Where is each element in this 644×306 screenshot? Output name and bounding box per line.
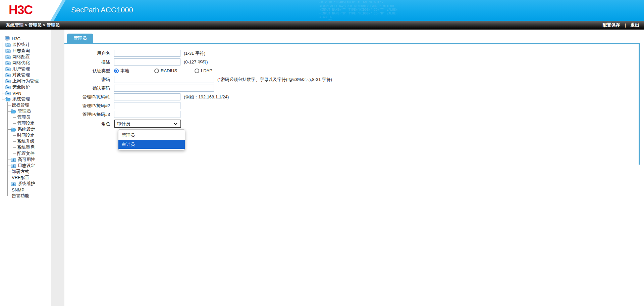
admin-form: 用户名 (1-31 字符) 描述 (0-127 字符) 认证类型 本地 RADI… xyxy=(74,50,332,130)
sidebar-item-system-reboot[interactable]: 系统重启 xyxy=(0,144,51,150)
sidebar-item-high-availability[interactable]: 高可用性 xyxy=(0,157,51,163)
sidebar-item-user-management[interactable]: 用户管理 xyxy=(0,66,51,72)
sidebar-item-label: 用户管理 xyxy=(11,66,30,72)
tree-line xyxy=(0,138,5,144)
tree-line xyxy=(5,169,11,175)
sidebar-item-label: 系统重启 xyxy=(16,144,35,150)
tree-line xyxy=(0,193,5,199)
sidebar-item-label: 高可用性 xyxy=(17,157,35,163)
auth-ldap-option[interactable]: LDAP xyxy=(195,68,235,73)
sidebar-item-monitoring-stats[interactable]: 监控统计 xyxy=(0,42,51,48)
folder-plus-icon xyxy=(5,48,11,53)
tree-line xyxy=(0,84,5,90)
folder-plus-icon xyxy=(5,85,11,89)
sidebar-item-log-settings[interactable]: 日志设定 xyxy=(0,163,51,169)
auth-radius-option[interactable]: RADIUS xyxy=(154,68,195,73)
sidebar-item-vrf-config[interactable]: VRF配置 xyxy=(0,175,51,181)
role-row: 角色 审计员 管理员 审计员 xyxy=(74,120,332,128)
tree-line xyxy=(0,108,5,114)
confirm-password-input[interactable] xyxy=(114,85,214,92)
tree-line xyxy=(0,102,5,108)
auth-type-label: 认证类型 xyxy=(74,68,114,74)
chevron-down-icon xyxy=(174,122,177,125)
tree-line xyxy=(5,157,11,163)
tree-line xyxy=(5,108,11,114)
sidebar-item-log-query[interactable]: 日志查询 xyxy=(0,48,51,54)
app-header: <DIV ID="HEADSEARCH" ALIGN="RIGHT"> <FOR… xyxy=(0,0,644,21)
sidebar-item-label: 系统设定 xyxy=(17,126,35,132)
tree-line xyxy=(0,48,5,54)
panel-right-border xyxy=(639,44,640,165)
sidebar-item-deployment-mode[interactable]: 部署方式 xyxy=(0,169,51,175)
mgmt-ip2-input[interactable] xyxy=(114,102,180,109)
radio-checked-icon[interactable] xyxy=(114,69,119,73)
sidebar-item-config-file[interactable]: 配置文件 xyxy=(0,150,51,157)
sidebar-item-label: 监控统计 xyxy=(11,42,30,48)
tree-line xyxy=(0,126,5,132)
sidebar-nav: H3C 监控统计 日志查询 网络配置 xyxy=(0,30,51,306)
save-config-button[interactable]: 配置保存 xyxy=(602,21,620,30)
role-select[interactable]: 审计员 xyxy=(114,120,181,128)
tree-line xyxy=(5,181,11,187)
role-option-auditor[interactable]: 审计员 xyxy=(118,140,185,149)
logout-button[interactable]: 退出 xyxy=(631,21,639,30)
tree-line xyxy=(5,175,11,181)
sidebar-item-vpn[interactable]: VPN xyxy=(0,90,51,96)
username-input[interactable] xyxy=(114,50,180,57)
sidebar-item-internet-behavior[interactable]: 上网行为管理 xyxy=(0,78,51,84)
tab-underline xyxy=(64,43,640,44)
radio-unchecked-icon[interactable] xyxy=(195,69,199,73)
sidebar-item-license-management[interactable]: 授权管理 xyxy=(0,102,51,108)
sidebar-item-label: 管理员 xyxy=(16,114,30,120)
sidebar-item-system-settings[interactable]: 系统设定 xyxy=(0,126,51,132)
sidebar-item-admin-settings[interactable]: 管理设定 xyxy=(0,120,51,126)
sidebar-item-object-management[interactable]: 对象管理 xyxy=(0,72,51,78)
tree-line xyxy=(0,144,5,150)
sidebar-item-network-config[interactable]: 网络配置 xyxy=(0,54,51,60)
auth-local-option[interactable]: 本地 xyxy=(114,68,154,74)
sidebar-item-administrator[interactable]: 管理员 xyxy=(0,108,51,114)
mgmt-ip1-input[interactable] xyxy=(114,93,180,100)
folder-plus-icon xyxy=(5,42,11,47)
folder-plus-icon xyxy=(5,60,11,65)
sidebar-item-security-protection[interactable]: 安全防护 xyxy=(0,84,51,90)
tree-line xyxy=(0,175,5,181)
folder-plus-icon xyxy=(11,163,17,168)
description-input[interactable] xyxy=(114,58,180,65)
role-option-admin[interactable]: 管理员 xyxy=(118,131,185,140)
sidebar-item-snmp[interactable]: SNMP xyxy=(0,187,51,193)
folder-plus-icon xyxy=(5,91,11,95)
sidebar-item-label: 系统升级 xyxy=(16,138,35,144)
tree-root-h3c[interactable]: H3C xyxy=(0,36,51,42)
tree-line xyxy=(0,132,5,138)
mgmt-ip1-hint: (例如：192.168.1.1/24) xyxy=(184,94,229,100)
tree-line xyxy=(0,114,5,120)
tree-line xyxy=(5,126,11,132)
tree-line xyxy=(0,181,5,187)
sidebar-item-system-management[interactable]: 系统管理 xyxy=(0,96,51,102)
tree-line xyxy=(0,187,5,193)
tree-line xyxy=(5,114,11,120)
tree-line xyxy=(0,54,5,60)
sidebar-item-network-optimization[interactable]: 网络优化 xyxy=(0,60,51,66)
sidebar-item-system-maintenance[interactable]: 系统维护 xyxy=(0,181,51,187)
tree-line xyxy=(11,114,16,120)
auth-type-radio-group: 本地 RADIUS LDAP xyxy=(114,68,235,74)
folder-open-icon xyxy=(5,97,11,101)
sidebar-item-time-settings[interactable]: 时间设定 xyxy=(0,132,51,138)
tree-line xyxy=(0,90,5,96)
sidebar-item-label: 管理员 xyxy=(17,108,31,114)
sidebar-item-alarm-function[interactable]: 告警功能 xyxy=(0,193,51,199)
sidebar-item-administrator-page[interactable]: 管理员 xyxy=(0,114,51,120)
sidebar-item-label: 系统管理 xyxy=(11,96,30,102)
role-dropdown-list: 管理员 审计员 xyxy=(118,129,185,150)
sidebar-item-system-upgrade[interactable]: 系统升级 xyxy=(0,138,51,144)
password-input[interactable] xyxy=(114,76,214,83)
nav-tree: H3C 监控统计 日志查询 网络配置 xyxy=(0,36,51,199)
tab-administrator[interactable]: 管理员 xyxy=(67,34,93,43)
product-title: SecPath ACG1000 xyxy=(71,6,133,14)
mgmt-ip3-input[interactable] xyxy=(114,111,180,118)
folder-open-icon xyxy=(11,127,17,132)
tree-line xyxy=(5,132,11,138)
radio-unchecked-icon[interactable] xyxy=(154,69,159,73)
